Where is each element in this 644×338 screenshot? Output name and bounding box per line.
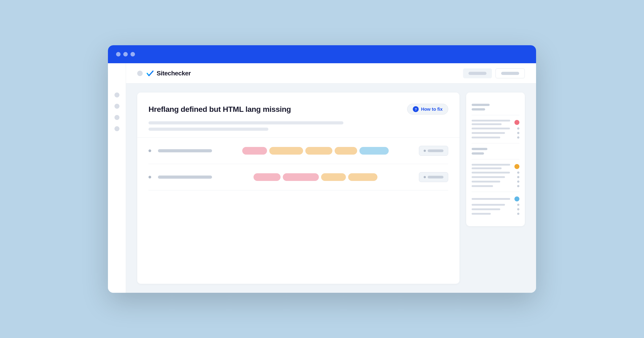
tag-orange-1 [269, 147, 303, 155]
row-indicator-2 [148, 176, 151, 178]
tags-row-2b [321, 173, 378, 181]
action-btn-dot-1 [424, 150, 426, 152]
sidebar-small-dot-7 [517, 185, 520, 187]
action-btn-line-1 [428, 150, 444, 152]
sidebar-group-3 [472, 143, 520, 159]
sidebar-badge-red [514, 120, 520, 125]
sidebar-small-dot-4 [517, 171, 520, 174]
sidebar-row-4b [472, 171, 520, 174]
how-to-fix-button[interactable]: ? How to fix [407, 104, 448, 115]
sidebar-mini-11 [472, 185, 493, 187]
sidebar-mini-4 [472, 132, 505, 134]
main-content: Sitechecker Hrefla [126, 63, 536, 293]
issue-title: Hreflang defined but HTML lang missing [148, 105, 291, 114]
how-to-fix-label: How to fix [421, 107, 442, 112]
sidebar-mini-3 [472, 128, 510, 129]
sidebar-mini-5 [472, 137, 500, 138]
sidebar-group-1 [472, 99, 520, 115]
sidebar-small-dot-3 [517, 136, 520, 139]
row-action-2 [419, 172, 448, 182]
browser-dot-2 [123, 52, 128, 56]
sidebar-stack-2 [472, 120, 514, 125]
row-indicator-1 [148, 150, 151, 152]
table-row [148, 138, 448, 164]
logo-text: Sitechecker [156, 70, 191, 77]
sidebar-badge-blue [514, 196, 520, 201]
sidebar-mini-9 [472, 176, 505, 178]
sitechecker-logo-icon [145, 69, 154, 78]
sidebar-small-dot-2 [517, 132, 520, 134]
sidebar-row-2d [472, 136, 520, 139]
sidebar-row-5b [472, 204, 520, 206]
sidebar-line-1a [472, 104, 490, 106]
sidebar-mini-1 [472, 120, 510, 122]
browser-content: Sitechecker Hrefla [108, 63, 536, 293]
tag-orange-3 [334, 147, 357, 155]
sidebar-mini-10 [472, 181, 500, 182]
browser-window: Sitechecker Hrefla [108, 45, 536, 293]
row-url-2 [158, 175, 212, 179]
sidebar-row-1b [472, 108, 520, 111]
sidebar-row-5d [472, 213, 520, 215]
desc-line-1 [148, 121, 344, 125]
sidebar-stack-5 [472, 198, 514, 200]
logo-circle-placeholder [137, 71, 143, 76]
tags-row-1b [305, 147, 389, 155]
nav-bar: Sitechecker [126, 63, 536, 83]
sidebar-small-dot-8 [517, 204, 520, 206]
sidebar-mini-6 [472, 164, 510, 166]
sidebar-group-5 [472, 192, 520, 219]
sidebar-nav-dot-4 [114, 126, 120, 131]
nav-btn-placeholder-2 [501, 72, 519, 75]
main-panel: Hreflang defined but HTML lang missing ?… [137, 93, 460, 284]
sidebar-stack-4 [472, 164, 514, 169]
sidebar-mini-2 [472, 123, 502, 125]
sidebar-nav-dot-3 [114, 115, 120, 120]
sidebar-small-dot-10 [517, 213, 520, 215]
sidebar-small-dot-9 [517, 208, 520, 210]
sidebar-badge-orange [514, 164, 520, 169]
row-action-button-2[interactable] [419, 172, 448, 182]
nav-button-1[interactable] [463, 68, 492, 78]
sidebar-nav-dot-2 [114, 104, 120, 109]
sidebar-row-2a [472, 120, 520, 125]
nav-button-2[interactable] [496, 68, 525, 78]
desc-line-2 [148, 128, 268, 131]
sidebar-row-3a [472, 148, 520, 150]
sidebar-mini-14 [472, 208, 500, 210]
sidebar-mini-15 [472, 213, 491, 215]
issue-header: Hreflang defined but HTML lang missing ?… [148, 104, 448, 115]
description-lines [148, 121, 448, 131]
row-action-button-1[interactable] [419, 146, 448, 156]
sidebar-group-2 [472, 115, 520, 143]
sidebar-row-4d [472, 180, 520, 183]
browser-titlebar [108, 45, 536, 63]
sidebar-small-dot-1 [517, 127, 520, 130]
right-sidebar [466, 93, 525, 284]
sidebar-nav-dot-1 [114, 93, 120, 97]
sidebar-line-3a [472, 148, 488, 150]
sidebar-small-dot-6 [517, 180, 520, 183]
tag-orange-4 [321, 173, 346, 181]
sidebar-row-5a [472, 196, 520, 201]
sidebar-row-3b [472, 152, 520, 155]
row-tags-2 [219, 173, 412, 181]
sidebar-mini-13 [472, 204, 505, 206]
sidebar-row-1a [472, 104, 520, 106]
browser-dot-3 [130, 52, 135, 56]
row-tags-1 [219, 147, 412, 155]
browser-dot-1 [116, 52, 120, 56]
sidebar-row-5c [472, 208, 520, 210]
nav-btn-placeholder-1 [468, 72, 486, 75]
sidebar-row-4c [472, 176, 520, 178]
sidebar-mini-8 [472, 172, 510, 173]
tag-orange-2 [305, 147, 332, 155]
table-row [148, 164, 448, 190]
tag-pink-3 [283, 173, 319, 181]
row-url-1 [158, 149, 212, 152]
tag-pink-2 [254, 173, 280, 181]
left-sidebar [108, 63, 126, 293]
logo-check: Sitechecker [145, 69, 191, 78]
sidebar-row-2b [472, 127, 520, 130]
row-action-1 [419, 146, 448, 156]
